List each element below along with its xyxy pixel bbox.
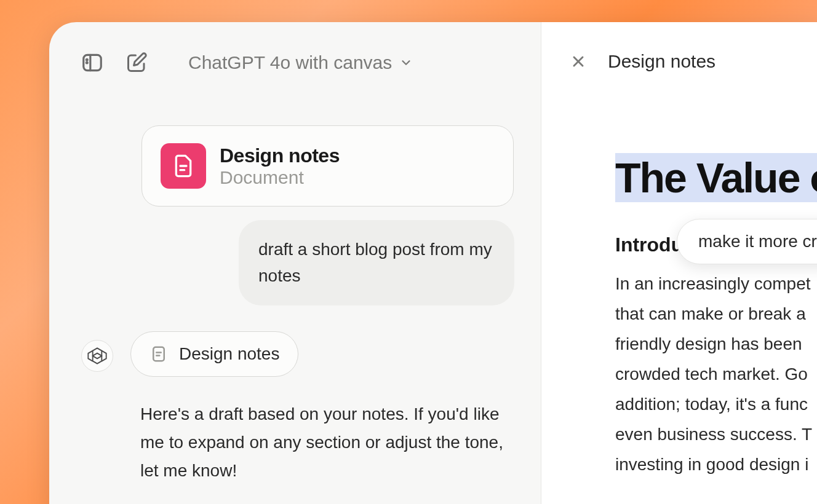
body-line: crowded tech market. Go [615, 359, 817, 389]
body-line: even business success. T [615, 419, 817, 449]
canvas-title: Design notes [608, 51, 715, 72]
assistant-row: Design notes [81, 331, 511, 377]
selection-prompt-input[interactable]: make it more cre [677, 219, 817, 264]
attachment-type: Document [220, 167, 340, 188]
svg-point-2 [86, 59, 87, 60]
canvas-header: Design notes [566, 49, 817, 74]
document-body[interactable]: In an increasingly compet that can make … [615, 269, 817, 479]
body-line: addition; today, it's a func [615, 389, 817, 419]
toolbar: ChatGPT 4o with canvas [79, 49, 511, 76]
assistant-reply: Here's a draft based on your notes. If y… [140, 400, 512, 486]
selection-prompt-text: make it more cre [698, 232, 817, 251]
document-heading[interactable]: The Value o [615, 154, 817, 202]
panel-icon [81, 51, 104, 74]
assistant-avatar [81, 340, 113, 372]
canvas-chip-label: Design notes [179, 344, 279, 364]
attachment-title: Design notes [220, 144, 340, 167]
chevron-down-icon [399, 56, 413, 69]
attachment-info: Design notes Document [220, 144, 340, 188]
compose-icon [126, 52, 148, 74]
body-line: In an increasingly compet [615, 269, 817, 299]
user-message: draft a short blog post from my notes [239, 220, 514, 305]
svg-point-3 [86, 62, 87, 63]
document-badge [161, 143, 206, 189]
close-icon [570, 53, 587, 70]
chat-panel: ChatGPT 4o with canvas Design notes Docu… [49, 22, 541, 504]
new-chat-button[interactable] [123, 49, 150, 76]
sidebar-toggle-button[interactable] [79, 49, 106, 76]
document-icon [149, 345, 168, 363]
body-line: investing in good design i [615, 449, 817, 479]
close-canvas-button[interactable] [566, 49, 591, 74]
model-selector[interactable]: ChatGPT 4o with canvas [188, 52, 413, 73]
selected-text: The Value o [615, 153, 817, 202]
canvas-document-chip[interactable]: Design notes [130, 331, 298, 377]
canvas-content[interactable]: The Value o Introduction In an increasin… [615, 154, 817, 479]
model-label: ChatGPT 4o with canvas [188, 52, 392, 73]
attachment-card[interactable]: Design notes Document [141, 125, 514, 207]
body-line: friendly design has been [615, 329, 817, 359]
openai-logo-icon [87, 346, 107, 366]
svg-rect-6 [153, 347, 164, 361]
body-line: that can make or break a [615, 299, 817, 329]
file-icon [171, 154, 196, 178]
